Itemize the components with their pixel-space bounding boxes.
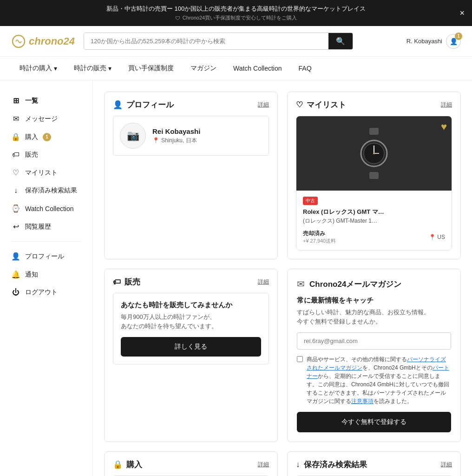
notice-link[interactable]: 注意事項	[351, 398, 374, 404]
profile-name: Rei Kobayashi	[152, 127, 200, 135]
profile-location: 📍 Shinjuku, 日本	[152, 137, 200, 145]
used-badge: 中古	[303, 197, 318, 205]
purchase-header: 🔒 購入 詳細	[105, 452, 277, 476]
top-banner: 新品・中古時計の売買ー 100か国以上の販売者が集まる高級時計の世界的なマーケッ…	[0, 0, 472, 26]
newsletter-catch: 常に最新情報をキャッチ	[297, 296, 451, 305]
sidebar-item-overview[interactable]: ⊞ 一覧	[0, 92, 92, 110]
profile-info: Rei Kobayashi 📍 Shinjuku, 日本	[152, 127, 200, 145]
sidebar-item-notification[interactable]: 🔔 通知	[0, 265, 92, 284]
profile-detail-link[interactable]: 詳細	[258, 101, 269, 109]
search-input[interactable]	[84, 33, 328, 49]
svg-rect-1	[369, 128, 379, 135]
grid-icon: ⊞	[11, 96, 20, 105]
chevron-down-icon: ▾	[108, 65, 111, 72]
tag-icon: 🏷	[113, 278, 121, 287]
sales-promo-text: 毎月900万人以上の時計ファンが、あなたの時計を待ち望んでいます。	[121, 312, 261, 331]
download-icon: ↓	[11, 186, 20, 195]
profile-row: 📷 Rei Kobayashi 📍 Shinjuku, 日本	[113, 116, 269, 156]
shield-icon: 🛡	[175, 15, 180, 21]
newsletter-text: すばらしい時計、魅力的な商品、お役立ち情報。今すぐ無料で登録しませんか。	[297, 308, 451, 326]
sidebar: ⊞ 一覧 ✉ メッセージ 🔒 購入 1 🏷 販売 ♡ マイリスト ↓ 保存済み検…	[0, 80, 93, 476]
watch-price-row: 売却済み +¥ 27,940送料 📍 US	[303, 230, 445, 245]
sidebar-item-mylist[interactable]: ♡ マイリスト	[0, 164, 92, 182]
svg-point-7	[373, 152, 375, 154]
mail-icon: ✉	[297, 278, 305, 290]
bell-icon: 🔔	[11, 270, 20, 279]
banner-main-text: 新品・中古時計の売買ー 100か国以上の販売者が集まる高級時計の世界的なマーケッ…	[106, 5, 366, 12]
sales-header: 🏷 販売 詳細	[105, 269, 277, 293]
nav-item-protection[interactable]: 買い手保護制度	[120, 57, 182, 80]
newsletter-checkbox[interactable]	[297, 356, 303, 362]
nav-item-watch-collection[interactable]: Watch Collection	[225, 57, 290, 79]
newsletter-register-button[interactable]: 今すぐ無料で登録する	[297, 412, 451, 432]
content-grid: 👤 プロフィール 詳細 📷 Rei Kobayashi 📍 Shinjuku, …	[93, 80, 472, 476]
mylist-section: ♡ マイリスト 詳細 ♥	[287, 92, 461, 259]
nav-item-magazine[interactable]: マガジン	[182, 57, 225, 80]
watch-status: 売却済み	[303, 230, 336, 238]
purchase-section: 🔒 購入 詳細	[104, 451, 278, 476]
lock-icon: 🔒	[113, 460, 123, 469]
nav-item-buy[interactable]: 時計の購入 ▾	[11, 57, 66, 80]
banner-close-button[interactable]: ×	[459, 8, 465, 18]
user-area[interactable]: R. Kobayashi 👤 1	[406, 34, 461, 49]
header: chrono24 🔍 R. Kobayashi 👤 1	[0, 26, 472, 57]
purchase-detail-link[interactable]: 詳細	[258, 461, 269, 469]
watch-subtitle: (ロレックス) GMT-Master 1…	[303, 217, 445, 225]
watch-title: Rolex (ロレックス) GMT マ…	[303, 208, 445, 216]
newsletter-email-input[interactable]	[297, 332, 451, 350]
profile-title: 👤 プロフィール	[113, 99, 174, 110]
mylist-detail-link[interactable]: 詳細	[441, 101, 452, 109]
user-name: R. Kobayashi	[406, 38, 442, 45]
sales-section: 🏷 販売 詳細 あなたも時計を販売してみませんか 毎月900万人以上の時計ファン…	[104, 269, 278, 442]
newsletter-header: ✉ Chrono24メールマガジン	[297, 278, 451, 290]
profile-header: 👤 プロフィール 詳細	[105, 92, 277, 116]
banner-sub-text: 🛡 Chrono24買い手保護制度で安心して時計をご購入	[7, 14, 465, 21]
mylist-watch-card[interactable]: ♥ 中古 Rolex	[296, 116, 452, 251]
sidebar-item-history[interactable]: ↩ 閲覧履歴	[0, 218, 92, 236]
main-layout: ⊞ 一覧 ✉ メッセージ 🔒 購入 1 🏷 販売 ♡ マイリスト ↓ 保存済み検…	[0, 80, 472, 476]
mylist-title: ♡ マイリスト	[296, 99, 346, 110]
saved-search-title: ↓ 保存済み検索結果	[296, 459, 367, 470]
purchase-badge: 1	[43, 133, 51, 141]
avatar: 📷	[120, 123, 146, 149]
sidebar-item-messages[interactable]: ✉ メッセージ	[0, 110, 92, 128]
sales-promo: あなたも時計を販売してみませんか 毎月900万人以上の時計ファンが、あなたの時計…	[113, 293, 269, 364]
logo-icon	[11, 34, 26, 49]
user-icon: 👤 1	[446, 34, 461, 49]
saved-search-detail-link[interactable]: 詳細	[441, 461, 452, 469]
watch-illustration	[358, 128, 390, 179]
search-button[interactable]: 🔍	[328, 33, 353, 49]
lock-icon: 🔒	[11, 132, 20, 141]
sales-detail-button[interactable]: 詳しく見る	[121, 337, 261, 357]
sidebar-item-profile[interactable]: 👤 プロフィール	[0, 247, 92, 265]
profile-icon: 👤	[11, 252, 20, 261]
newsletter-title: Chrono24メールマガジン	[309, 279, 401, 290]
heart-icon: ♡	[11, 168, 20, 177]
sales-detail-link[interactable]: 詳細	[258, 278, 269, 286]
power-icon: ⏻	[11, 288, 20, 297]
sidebar-item-logout[interactable]: ⏻ ログアウト	[0, 284, 92, 301]
sidebar-item-purchase[interactable]: 🔒 購入 1	[0, 128, 92, 146]
sidebar-item-sales[interactable]: 🏷 販売	[0, 146, 92, 164]
saved-search-header: ↓ 保存済み検索結果 詳細	[288, 452, 460, 476]
camera-icon: 📷	[127, 130, 139, 142]
download-icon: ↓	[296, 460, 300, 469]
logo[interactable]: chrono24	[11, 34, 76, 49]
personalized-magazine-link[interactable]: パーソナライズされたメールマガジン	[307, 356, 446, 371]
mail-icon: ✉	[11, 114, 20, 123]
search-bar: 🔍	[84, 33, 353, 50]
nav-item-sell[interactable]: 時計の販売 ▾	[66, 57, 120, 80]
nav-item-faq[interactable]: FAQ	[290, 57, 320, 79]
watch-icon: ⌚	[11, 204, 20, 213]
purchase-title: 🔒 購入	[113, 459, 142, 470]
mylist-header: ♡ マイリスト 詳細	[288, 92, 460, 116]
mylist-info: 中古 Rolex (ロレックス) GMT マ… (ロレックス) GMT-Mast…	[296, 191, 452, 250]
profile-body: 📷 Rei Kobayashi 📍 Shinjuku, 日本	[105, 116, 277, 164]
location-icon: 📍	[152, 137, 159, 144]
sidebar-item-watch-collection[interactable]: ⌚ Watch Collection	[0, 199, 92, 218]
sidebar-item-saved-search[interactable]: ↓ 保存済み検索結果	[0, 182, 92, 199]
profile-section: 👤 プロフィール 詳細 📷 Rei Kobayashi 📍 Shinjuku, …	[104, 92, 278, 259]
svg-rect-2	[369, 172, 379, 179]
sales-promo-title: あなたも時計を販売してみませんか	[121, 301, 261, 310]
logo-text: chrono24	[29, 35, 75, 47]
